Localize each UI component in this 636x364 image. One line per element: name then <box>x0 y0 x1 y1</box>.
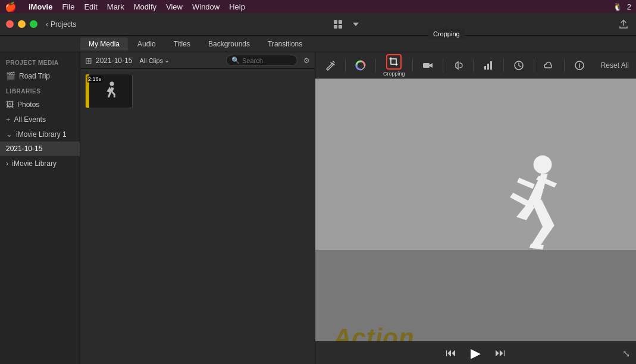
forward-button[interactable]: ⏭ <box>495 347 506 359</box>
rewind-button[interactable]: ⏮ <box>446 347 456 359</box>
sidebar: Project Media 🎬 Road Trip Libraries 🖼 Ph… <box>0 52 80 364</box>
camera-icon[interactable] <box>420 58 436 73</box>
menu-view[interactable]: View <box>166 2 183 11</box>
media-toolbar: ⊞ 2021-10-15 All Clips ⌄ 🔍 ⚙ <box>80 52 315 69</box>
menu-modify[interactable]: Modify <box>134 2 156 11</box>
separator-7 <box>534 59 534 72</box>
search-icon: 🔍 <box>231 57 240 64</box>
menu-window[interactable]: Window <box>192 2 220 11</box>
tab-audio[interactable]: Audio <box>129 37 164 51</box>
preview-controls: ⏮ ▶ ⏭ ⤡ <box>315 341 636 364</box>
search-input[interactable] <box>242 57 290 64</box>
runner-figure <box>458 142 588 274</box>
bar-chart-icon[interactable] <box>481 58 496 73</box>
date-label: 2021-10-15 <box>6 145 42 153</box>
video-thumbnail[interactable]: 2:16s <box>85 74 133 108</box>
audio-icon[interactable] <box>450 58 466 73</box>
apple-icon[interactable]: 🍎 <box>5 1 17 12</box>
fullscreen-button[interactable]: ⤡ <box>622 348 630 359</box>
close-button[interactable] <box>6 20 14 28</box>
svg-rect-0 <box>334 20 337 24</box>
notification-icon: 🐧 <box>613 2 622 11</box>
svg-point-4 <box>109 81 114 86</box>
preview-panel: Cropping <box>315 52 636 364</box>
media-date-title: 2021-10-15 <box>96 57 132 65</box>
separator-5 <box>473 59 474 72</box>
thumb-duration-label: 2:16s <box>87 76 102 83</box>
separator-1 <box>345 59 346 72</box>
separator-4 <box>443 59 443 72</box>
sidebar-item-photos[interactable]: 🖼 Photos <box>0 97 80 112</box>
separator-6 <box>503 59 504 72</box>
menu-help[interactable]: Help <box>229 2 245 11</box>
media-tab-bar: My Media Audio Titles Backgrounds Transi… <box>0 36 636 52</box>
projects-button[interactable]: ‹ Projects <box>46 20 76 29</box>
svg-rect-7 <box>484 66 486 70</box>
grid-icon: ⊞ <box>85 56 92 65</box>
color-wheel-icon[interactable] <box>353 58 368 73</box>
menubar-right: 🐧 2 <box>613 2 631 11</box>
play-button[interactable]: ▶ <box>471 346 481 361</box>
runner-svg <box>458 142 588 272</box>
search-box: 🔍 <box>226 55 297 66</box>
sidebar-item-library2[interactable]: › iMovie Library <box>0 156 80 171</box>
svg-rect-3 <box>339 25 342 29</box>
project-media-section: Project Media <box>0 55 80 68</box>
crop-tool-group: Cropping <box>383 54 405 77</box>
crop-icon[interactable] <box>386 54 402 70</box>
settings-icon[interactable]: ⚙ <box>303 57 310 65</box>
tab-my-media[interactable]: My Media <box>80 37 128 51</box>
reset-all-button[interactable]: Reset All <box>601 61 629 70</box>
magic-wand-icon[interactable] <box>322 58 338 73</box>
road-trip-label: Road Trip <box>19 72 50 80</box>
titlebar: ‹ Projects <box>0 13 636 36</box>
svg-rect-2 <box>334 25 337 29</box>
photos-label: Photos <box>17 101 39 109</box>
photos-icon: 🖼 <box>6 100 14 109</box>
clock-icon[interactable] <box>511 58 527 73</box>
crop-label: Cropping <box>383 71 405 77</box>
titlebar-right <box>617 18 630 31</box>
traffic-lights <box>6 20 37 28</box>
tab-transitions[interactable]: Transitions <box>259 37 311 51</box>
sidebar-item-library1[interactable]: ⌄ iMovie Library 1 <box>0 127 80 142</box>
chevron-right-icon: › <box>6 159 8 168</box>
svg-rect-9 <box>490 61 492 70</box>
export-icon[interactable] <box>617 18 630 31</box>
menu-mark[interactable]: Mark <box>107 2 124 11</box>
clips-label: All Clips <box>139 57 163 64</box>
separator-3 <box>412 59 413 72</box>
tab-backgrounds[interactable]: Backgrounds <box>200 37 258 51</box>
app-name[interactable]: iMovie <box>29 2 52 11</box>
tab-titles[interactable]: Titles <box>165 37 199 51</box>
media-date-label: 2021-10-15 <box>96 57 132 65</box>
minimize-button[interactable] <box>18 20 26 28</box>
chevron-down-icon: ⌄ <box>6 130 12 139</box>
info-icon[interactable] <box>572 58 587 73</box>
projects-label: Projects <box>51 20 76 29</box>
notification-count: 2 <box>627 2 631 11</box>
library1-label: iMovie Library 1 <box>16 130 67 139</box>
svg-rect-8 <box>487 64 489 70</box>
clips-selector[interactable]: All Clips ⌄ <box>139 57 170 64</box>
menubar: 🍎 iMovie File Edit Mark Modify View Wind… <box>0 0 636 13</box>
menu-file[interactable]: File <box>62 2 74 11</box>
sidebar-item-date[interactable]: 2021-10-15 <box>0 142 80 156</box>
runner-thumb-icon <box>98 80 120 102</box>
clips-chevron-icon: ⌄ <box>164 57 170 64</box>
grid-view-icon[interactable] <box>331 18 344 31</box>
library2-label: iMovie Library <box>12 159 57 168</box>
separator-2 <box>375 59 376 72</box>
cloud-icon[interactable] <box>541 58 557 73</box>
titlebar-center <box>82 18 611 31</box>
main-layout: Project Media 🎬 Road Trip Libraries 🖼 Ph… <box>0 52 636 364</box>
sidebar-item-all-events[interactable]: + All Events <box>0 112 80 127</box>
menu-edit[interactable]: Edit <box>84 2 97 11</box>
fullscreen-button[interactable] <box>30 20 37 28</box>
arrow-down-icon[interactable] <box>349 18 362 31</box>
sidebar-item-road-trip[interactable]: 🎬 Road Trip <box>0 68 80 83</box>
preview-video: Action <box>315 79 636 364</box>
plus-icon: + <box>6 115 11 124</box>
film-icon: 🎬 <box>6 71 15 80</box>
svg-rect-1 <box>339 20 342 24</box>
